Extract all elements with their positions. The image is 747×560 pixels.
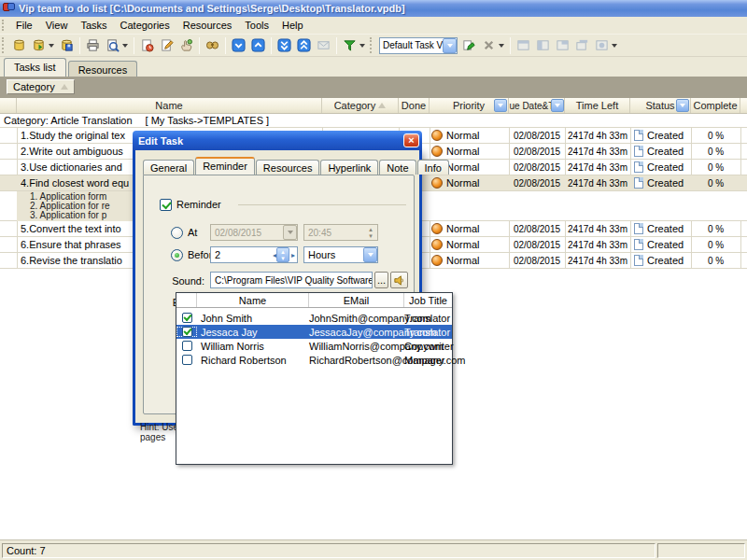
menu-categories[interactable]: Categories [114,18,176,33]
menu-tasks[interactable]: Tasks [74,18,113,33]
menu-tools[interactable]: Tools [238,18,275,33]
move-task-icon[interactable] [176,36,196,55]
view-tab-strip: Tasks list Resources [0,57,747,77]
contact-checkbox-checked[interactable] [182,327,192,337]
view-option-3-icon[interactable] [553,36,572,55]
priority-filter-icon[interactable] [494,99,507,112]
filter-dropdown-icon[interactable] [359,44,365,48]
menu-bar: File View Tasks Categories Resources Too… [0,17,747,35]
header-category[interactable]: Category [322,98,399,113]
header-name[interactable]: Name [17,98,322,113]
clear-filter-icon[interactable] [479,36,499,55]
tab-info[interactable]: Info [417,160,449,175]
contact-checkbox-unchecked[interactable] [182,341,192,351]
at-date-combo[interactable]: 02/08/2015 [210,224,298,241]
filter-icon[interactable] [340,36,359,55]
new-task-icon[interactable] [137,36,157,55]
contact-job: Copywriter [404,341,452,352]
sort-ascending-icon [61,84,68,90]
sound-path-field[interactable]: C:\Program Files\VIP Quality Software\VI… [210,272,373,288]
move-down-icon[interactable] [229,36,248,55]
menu-resources[interactable]: Resources [176,18,239,33]
before-unit-dropdown-icon[interactable] [363,247,377,262]
complete-value: 0 % [691,253,740,268]
group-by-category-chip[interactable]: Category [7,79,75,94]
at-time-spinner[interactable]: 20:45 ▴▾ [303,224,378,241]
before-value-editor[interactable]: 2 ◂ ▴▾ ▸ [210,246,298,263]
find-icon[interactable] [203,36,222,55]
view-option-4-icon[interactable] [572,36,592,55]
header-done[interactable]: Done [399,98,430,113]
browse-sound-button[interactable]: ... [374,272,388,288]
tab-tasks-list[interactable]: Tasks list [4,58,66,77]
time-left-value: 2417d 4h 33m [565,175,630,190]
header-tree-column[interactable] [0,98,17,113]
task-view-combo[interactable]: Default Task V [379,37,458,54]
open-database-icon[interactable] [29,36,49,55]
header-time-left[interactable]: Time Left [565,98,630,113]
contact-row-richard-robertson[interactable]: Richard Robertson RichardRobertson@compa… [176,353,452,367]
contacts-header-job[interactable]: Job Title [404,293,452,307]
tab-hyperlink[interactable]: Hyperlink [320,160,378,175]
priority-value: Normal [446,146,479,157]
status-created-icon [634,161,643,173]
contacts-header-email[interactable]: EMail [309,293,404,307]
contact-checkbox-unchecked[interactable] [182,355,192,365]
move-to-bottom-icon[interactable] [275,36,294,55]
at-radio[interactable] [171,227,183,239]
move-to-top-icon[interactable] [294,36,314,55]
at-date-dropdown-icon[interactable] [283,225,297,240]
view-options-dropdown-icon[interactable] [612,44,617,48]
due-date-value: 02/08/2015 [509,237,565,252]
menu-help[interactable]: Help [275,18,310,33]
apply-task-view-icon[interactable] [459,36,479,55]
due-date-filter-icon[interactable] [551,99,564,112]
contact-row-john-smith[interactable]: John Smith JohnSmith@company.com Transla… [176,311,452,325]
print-preview-icon[interactable] [103,36,122,55]
menu-file[interactable]: File [9,18,39,33]
print-preview-dropdown-icon[interactable] [122,44,128,48]
open-database-dropdown-icon[interactable] [49,44,54,48]
print-icon[interactable] [83,36,103,55]
edit-task-icon[interactable] [157,36,176,55]
close-icon[interactable]: × [403,133,419,147]
dialog-title-bar[interactable]: Edit Task × [133,131,422,150]
complete-value: 0 % [691,160,740,175]
contacts-header-name[interactable]: Name [197,293,309,307]
status-created-icon [634,146,643,157]
contact-checkbox-checked[interactable] [182,313,192,323]
play-sound-button[interactable] [390,272,408,288]
before-spin-icons[interactable]: ▴▾ [276,247,289,262]
priority-normal-icon [431,223,443,234]
send-task-icon[interactable] [314,36,333,55]
title-bar: Vip team to do list [C:\Documents and Se… [0,0,747,17]
before-unit-combo[interactable]: Hours [303,246,378,263]
category-band-label: Category: Article Translation [4,115,133,126]
contact-row-jessaca-jay-selected[interactable]: Jessaca Jay JessacaJay@company.com Trans… [176,325,452,339]
before-right-arrow-icon[interactable]: ▸ [291,251,295,259]
reminder-checkbox[interactable] [160,199,172,211]
contact-job: Translator [404,327,452,338]
before-radio[interactable] [171,249,183,261]
contact-row-william-norris[interactable]: William Norris WilliamNorris@company.com… [176,339,452,353]
clear-filter-dropdown-icon[interactable] [499,44,504,48]
view-option-1-icon[interactable] [514,36,533,55]
header-complete[interactable]: Complete [691,98,740,113]
tab-reminder[interactable]: Reminder [195,157,255,175]
view-option-2-icon[interactable] [533,36,553,55]
move-up-icon[interactable] [248,36,268,55]
tab-note[interactable]: Note [379,160,416,175]
status-count: Count: 7 [7,545,46,556]
at-time-spin-icons[interactable]: ▴▾ [364,225,377,240]
contact-name: William Norris [197,341,309,352]
task-view-combo-arrow-icon[interactable] [443,38,457,53]
menu-view[interactable]: View [39,18,75,33]
status-filter-icon[interactable] [676,99,689,112]
view-option-5-icon[interactable] [592,36,612,55]
new-database-icon[interactable] [9,36,29,55]
tab-resources-dialog[interactable]: Resources [256,160,320,175]
tab-general[interactable]: General [143,160,194,175]
category-band-row[interactable]: Category: Article Translation [ My Tasks… [0,114,747,128]
save-database-icon[interactable] [57,36,77,55]
tab-resources[interactable]: Resources [68,61,138,77]
